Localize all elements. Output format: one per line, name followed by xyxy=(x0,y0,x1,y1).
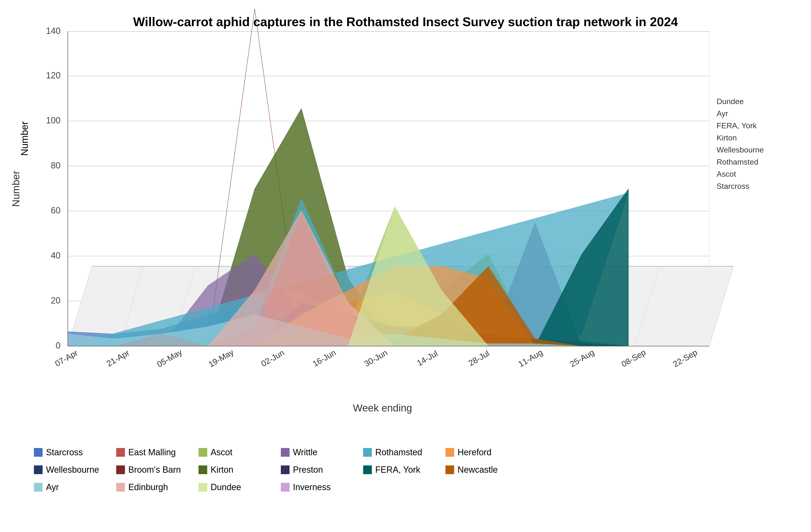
legend-label-starcross: Starcross xyxy=(46,447,83,457)
legend-swatch-rothamsted xyxy=(363,448,372,457)
legend-item-rothamsted: Rothamsted xyxy=(363,447,431,457)
legend-swatch-newcastle xyxy=(445,466,454,474)
svg-text:Week ending: Week ending xyxy=(353,402,412,413)
legend-swatch-ayr xyxy=(34,483,43,491)
svg-text:140: 140 xyxy=(46,26,61,36)
legend-label-east-malling: East Malling xyxy=(128,447,176,457)
svg-text:05-May: 05-May xyxy=(155,347,184,369)
svg-text:Ayr: Ayr xyxy=(717,109,728,118)
svg-text:08-Sep: 08-Sep xyxy=(620,347,647,369)
svg-text:14-Jul: 14-Jul xyxy=(415,348,439,367)
svg-text:Kirton: Kirton xyxy=(717,134,737,142)
legend-item-ascot: Ascot xyxy=(199,447,266,457)
legend-item-preston: Preston xyxy=(281,465,349,475)
legend-item-kirton: Kirton xyxy=(199,465,266,475)
legend-swatch-kirton xyxy=(199,466,207,474)
svg-text:FERA, York: FERA, York xyxy=(717,121,757,130)
legend-item-hereford: Hereford xyxy=(445,447,513,457)
svg-text:Rothamsted: Rothamsted xyxy=(717,158,759,166)
legend-label-edinburgh: Edinburgh xyxy=(128,482,168,492)
legend-item-starcross: Starcross xyxy=(34,447,102,457)
legend-label-rothamsted: Rothamsted xyxy=(375,447,422,457)
legend-row-3: Ayr Edinburgh Dundee Inverness xyxy=(34,482,777,492)
legend-item-dundee: Dundee xyxy=(199,482,266,492)
legend-swatch-edinburgh xyxy=(116,483,125,491)
svg-text:Ascot: Ascot xyxy=(717,170,736,178)
svg-text:22-Sep: 22-Sep xyxy=(671,347,699,369)
legend-swatch-starcross xyxy=(34,448,43,457)
legend-item-ayr: Ayr xyxy=(34,482,102,492)
svg-text:25-Aug: 25-Aug xyxy=(568,347,596,369)
legend-label-dundee: Dundee xyxy=(211,482,241,492)
legend-label-ayr: Ayr xyxy=(46,482,59,492)
svg-text:80: 80 xyxy=(51,160,61,170)
legend-swatch-wellesbourne xyxy=(34,466,43,474)
svg-text:Number: Number xyxy=(10,171,21,207)
svg-text:07-Apr: 07-Apr xyxy=(53,348,79,369)
svg-text:120: 120 xyxy=(46,71,61,80)
svg-text:40: 40 xyxy=(51,251,61,261)
legend-item-wellesbourne: Wellesbourne xyxy=(34,465,102,475)
svg-text:Wellesbourne: Wellesbourne xyxy=(717,145,764,154)
legend-label-newcastle: Newcastle xyxy=(458,465,498,475)
legend-label-fera-york: FERA, York xyxy=(375,465,420,475)
legend-label-brooms-barn: Broom's Barn xyxy=(128,465,181,475)
legend-label-writtle: Writtle xyxy=(293,447,317,457)
legend-label-inverness: Inverness xyxy=(293,482,331,492)
legend-row-1: Starcross East Malling Ascot Writtle Rot… xyxy=(34,447,777,457)
legend-item-newcastle: Newcastle xyxy=(445,465,513,475)
legend-label-ascot: Ascot xyxy=(211,447,232,457)
legend-swatch-hereford xyxy=(445,448,454,457)
legend-swatch-writtle xyxy=(281,448,290,457)
svg-text:20: 20 xyxy=(51,296,61,306)
legend-row-2: Wellesbourne Broom's Barn Kirton Preston… xyxy=(34,465,777,475)
legend-item-inverness: Inverness xyxy=(281,482,349,492)
svg-text:100: 100 xyxy=(46,115,61,125)
svg-text:19-May: 19-May xyxy=(207,347,235,369)
legend-swatch-brooms-barn xyxy=(116,466,125,474)
legend-swatch-fera-york xyxy=(363,466,372,474)
svg-text:0: 0 xyxy=(56,341,61,350)
legend-area: Starcross East Malling Ascot Writtle Rot… xyxy=(24,442,787,527)
legend-swatch-preston xyxy=(281,466,290,474)
legend-swatch-ascot xyxy=(199,448,207,457)
legend-label-kirton: Kirton xyxy=(211,465,233,475)
legend-swatch-dundee xyxy=(199,483,207,491)
legend-label-hereford: Hereford xyxy=(458,447,491,457)
svg-text:11-Aug: 11-Aug xyxy=(517,347,544,369)
legend-swatch-inverness xyxy=(281,483,290,491)
legend-item-brooms-barn: Broom's Barn xyxy=(116,465,184,475)
legend-swatch-east-malling xyxy=(116,448,125,457)
svg-text:16-Jun: 16-Jun xyxy=(311,348,337,369)
legend-item-fera-york: FERA, York xyxy=(363,465,431,475)
legend-label-preston: Preston xyxy=(293,465,323,475)
svg-text:02-Jun: 02-Jun xyxy=(259,348,286,369)
chart-container: Willow-carrot aphid captures in the Roth… xyxy=(0,0,811,532)
svg-text:60: 60 xyxy=(51,205,61,215)
svg-text:30-Jun: 30-Jun xyxy=(363,348,389,369)
legend-item-east-malling: East Malling xyxy=(116,447,184,457)
legend-item-writtle: Writtle xyxy=(281,447,349,457)
legend-label-wellesbourne: Wellesbourne xyxy=(46,465,99,475)
legend-item-edinburgh: Edinburgh xyxy=(116,482,184,492)
svg-text:Starcross: Starcross xyxy=(717,182,749,190)
svg-text:Dundee: Dundee xyxy=(717,97,744,106)
svg-text:28-Jul: 28-Jul xyxy=(467,348,491,367)
svg-text:21-Apr: 21-Apr xyxy=(105,348,131,369)
